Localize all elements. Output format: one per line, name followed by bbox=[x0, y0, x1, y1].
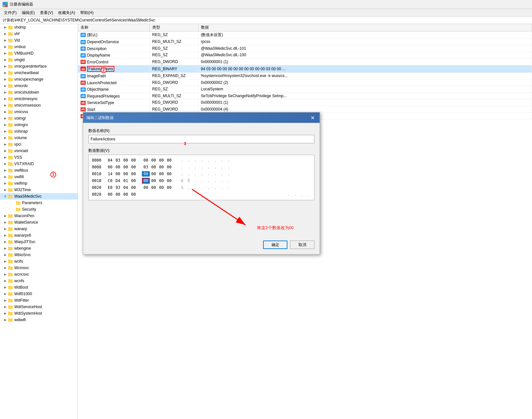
expand-arrow[interactable] bbox=[3, 83, 8, 88]
tree-item-vmgid[interactable]: vmgid bbox=[0, 57, 78, 63]
expand-arrow[interactable] bbox=[3, 38, 8, 43]
tree-item-vsmraid[interactable]: vsmraid bbox=[0, 148, 78, 154]
tree-item-vss[interactable]: VSS bbox=[0, 154, 78, 161]
tree-item-vmictimesync[interactable]: vmictimesync bbox=[0, 96, 78, 102]
menu-favorites[interactable]: 收藏夹(A) bbox=[56, 9, 78, 16]
tree-item-vmicshutdown[interactable]: vmicshutdown bbox=[0, 89, 78, 96]
tree-item-vhdmp[interactable]: vhdmp bbox=[0, 24, 78, 31]
table-row[interactable]: ab ObjectName REG_SZ LocalSystem bbox=[78, 86, 532, 93]
tree-item-wdboot[interactable]: WdBoot bbox=[0, 284, 78, 291]
tree-item-volmgrx[interactable]: volmgrx bbox=[0, 122, 78, 128]
tree-item-vid[interactable]: Vid bbox=[0, 37, 78, 44]
tree-item-vmicguestinterface[interactable]: vmicguestinterface bbox=[0, 63, 78, 70]
tree-item-vwifilt[interactable]: vwifilt bbox=[0, 174, 78, 180]
table-row[interactable]: ab ImagePath REG_EXPAND_SZ %systemroot%\… bbox=[78, 72, 532, 79]
tree-item-vmicvmsession[interactable]: vmicvmsession bbox=[0, 102, 78, 109]
expand-arrow[interactable] bbox=[3, 174, 8, 179]
expand-arrow[interactable] bbox=[3, 246, 8, 251]
table-row[interactable]: ab DependOnService REG_MULTI_SZ rpcss bbox=[78, 38, 532, 45]
expand-arrow[interactable] bbox=[3, 116, 8, 121]
hex-highlighted-2[interactable]: 00 bbox=[142, 178, 150, 184]
expand-arrow[interactable] bbox=[3, 291, 8, 296]
expand-arrow[interactable] bbox=[3, 285, 8, 290]
expand-arrow[interactable] bbox=[3, 57, 8, 62]
tree-item-wdiservicehost[interactable]: WdiServiceHost bbox=[0, 304, 78, 310]
expand-arrow[interactable] bbox=[3, 161, 8, 166]
expand-arrow[interactable] bbox=[3, 142, 8, 147]
expand-arrow[interactable] bbox=[3, 317, 8, 322]
expand-arrow[interactable] bbox=[3, 226, 8, 231]
expand-arrow[interactable] bbox=[3, 31, 8, 36]
table-row-failureactions[interactable]: ab FailureActions REG_BINARY 84 03 00 00… bbox=[78, 65, 532, 72]
table-row[interactable]: ab LaunchProtected REG_DWORD 0x00000002 … bbox=[78, 79, 532, 86]
tree-item-volmgr[interactable]: volmgr bbox=[0, 115, 78, 122]
dialog-close-button[interactable]: ✕ bbox=[309, 114, 316, 122]
tree-item-wdisystemhost[interactable]: WdiSystemHost bbox=[0, 310, 78, 317]
table-row[interactable]: ab ServiceSidType REG_DWORD 0x00000001 (… bbox=[78, 99, 532, 106]
tree-item-vmbus[interactable]: vmbus bbox=[0, 44, 78, 50]
expand-arrow[interactable] bbox=[3, 109, 8, 114]
tree-item-walletservice[interactable]: WalletService bbox=[0, 219, 78, 226]
table-row[interactable]: ab RequiredPrivileges REG_MULTI_SZ SeTcb… bbox=[78, 93, 532, 99]
expand-arrow[interactable] bbox=[3, 64, 8, 69]
expand-arrow[interactable] bbox=[3, 298, 8, 303]
expand-arrow[interactable] bbox=[3, 122, 8, 127]
expand-arrow[interactable] bbox=[3, 259, 8, 264]
tree-item-wanarpv6[interactable]: wanarpv6 bbox=[0, 232, 78, 239]
tree-item-wbengine[interactable]: wbengine bbox=[0, 245, 78, 252]
expand-arrow[interactable] bbox=[3, 25, 8, 30]
expand-arrow[interactable] bbox=[3, 304, 8, 309]
menu-file[interactable]: 文件(F) bbox=[1, 9, 19, 16]
dialog-name-input[interactable] bbox=[88, 135, 314, 143]
expand-arrow[interactable] bbox=[3, 311, 8, 316]
tree-item-wdf01000[interactable]: Wdf01000 bbox=[0, 291, 78, 297]
menu-help[interactable]: 帮助(H) bbox=[78, 9, 96, 16]
expand-arrow[interactable] bbox=[3, 96, 8, 101]
menu-view[interactable]: 查看(V) bbox=[37, 9, 56, 16]
expand-arrow[interactable] bbox=[3, 194, 8, 199]
expand-arrow[interactable] bbox=[3, 168, 8, 173]
tree-item-wbiosrvc[interactable]: WbioSrvc bbox=[0, 252, 78, 258]
tree-item-vhf[interactable]: vhf bbox=[0, 31, 78, 37]
expand-arrow[interactable] bbox=[3, 135, 8, 140]
tree-item-warpjitsvc[interactable]: WarpJITSvc bbox=[0, 239, 78, 245]
tree-item-wcncsvc[interactable]: wcncsvc bbox=[0, 271, 78, 278]
tree-item-vmicvss[interactable]: vmicvss bbox=[0, 109, 78, 115]
expand-arrow[interactable] bbox=[3, 70, 8, 75]
tree-item-w32time[interactable]: W32Time bbox=[0, 187, 78, 193]
expand-arrow[interactable] bbox=[3, 220, 8, 225]
tree-item-vpci[interactable]: vpci bbox=[0, 141, 78, 148]
tree-item-vstxraid[interactable]: VSTXRAID bbox=[0, 161, 78, 167]
expand-arrow[interactable] bbox=[3, 239, 8, 244]
tree-item-wdfilter[interactable]: WdFilter bbox=[0, 297, 78, 304]
expand-arrow[interactable] bbox=[3, 148, 8, 153]
tree-item-vwifibus[interactable]: vwifibus bbox=[0, 167, 78, 174]
expand-arrow[interactable] bbox=[3, 265, 8, 270]
hex-highlighted-1[interactable]: 00 bbox=[142, 171, 150, 177]
expand-arrow[interactable] bbox=[3, 155, 8, 160]
dialog-ok-button[interactable]: 确定 bbox=[263, 241, 287, 249]
expand-arrow[interactable] bbox=[3, 90, 8, 95]
table-row[interactable]: ab Start REG_DWORD 0x00000004 (4) bbox=[78, 106, 532, 113]
tree-item-wdiwifi[interactable]: wdiwifi bbox=[0, 317, 78, 323]
expand-arrow[interactable] bbox=[3, 272, 8, 277]
tree-item-wanarp[interactable]: wanarp bbox=[0, 226, 78, 232]
expand-arrow[interactable] bbox=[3, 181, 8, 186]
expand-arrow[interactable] bbox=[3, 103, 8, 108]
tree-item-vwifimp[interactable]: vwifimp bbox=[0, 180, 78, 187]
expand-arrow[interactable] bbox=[3, 252, 8, 257]
tree-item-vmicrdv[interactable]: vmicrdv bbox=[0, 83, 78, 89]
tree-item-volume[interactable]: volume bbox=[0, 135, 78, 141]
expand-arrow[interactable] bbox=[3, 187, 8, 192]
tree-item-vmicvpexchange[interactable]: vmicvpexchange bbox=[0, 76, 78, 83]
tree-item-wcmsvc[interactable]: Wcmsvc bbox=[0, 265, 78, 271]
table-row[interactable]: ab Description REG_SZ @WaaSMedicSvc.dll,… bbox=[78, 45, 532, 52]
expand-arrow[interactable] bbox=[3, 51, 8, 56]
expand-arrow[interactable] bbox=[3, 129, 8, 134]
expand-arrow[interactable] bbox=[3, 278, 8, 283]
tree-item-security[interactable]: Security bbox=[0, 206, 78, 213]
tree-item-wcifs[interactable]: wcifs bbox=[0, 258, 78, 265]
table-row[interactable]: ab (默认) REG_SZ (数值未设置) bbox=[78, 31, 532, 38]
expand-arrow[interactable] bbox=[3, 77, 8, 82]
tree-item-vmicheartbeat[interactable]: vmicheartbeat bbox=[0, 70, 78, 76]
